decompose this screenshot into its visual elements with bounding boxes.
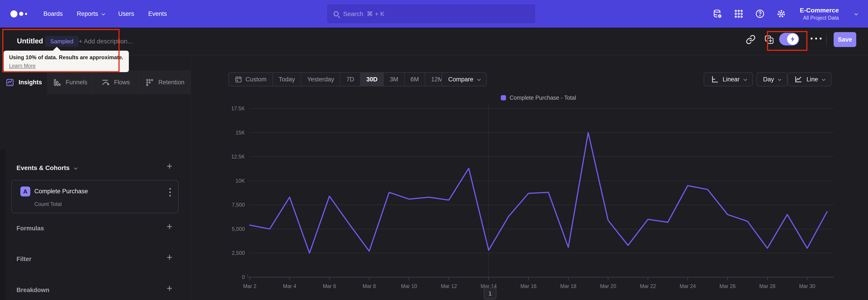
save-button[interactable]: Save	[834, 32, 856, 47]
search-input[interactable]: Search ⌘ + K	[327, 4, 536, 24]
sampling-toggle[interactable]	[779, 33, 799, 46]
calendar-icon	[235, 76, 242, 83]
sampled-badge[interactable]: Sampled	[45, 36, 79, 47]
granularity-dropdown[interactable]: Day	[756, 72, 787, 86]
nav-item-reports[interactable]: Reports	[77, 10, 104, 18]
chevron-down-icon	[101, 12, 105, 16]
project-name: E-Commerce	[800, 7, 839, 14]
svg-text:Mar 8: Mar 8	[363, 283, 376, 289]
report-toolbar: Untitled Sampled + Add description... Sa…	[0, 28, 868, 55]
event-metric[interactable]: Count Total	[34, 201, 62, 207]
mixpanel-logo-icon[interactable]	[10, 10, 27, 18]
duplicate-add-icon[interactable]	[764, 34, 774, 45]
compare-button[interactable]: Compare	[441, 72, 487, 86]
tab-label: Insights	[19, 79, 42, 86]
legend-label: Complete Purchase - Total	[509, 94, 576, 101]
range-today[interactable]: Today	[273, 73, 301, 86]
svg-text:Mar 24: Mar 24	[680, 283, 696, 289]
events-cohorts-header[interactable]: Events & Cohorts	[17, 164, 76, 172]
chevron-down-icon	[822, 77, 826, 81]
help-icon[interactable]	[755, 9, 765, 19]
range-7d[interactable]: 7D	[340, 73, 361, 86]
svg-text:Mar 12: Mar 12	[441, 283, 457, 289]
logo-dot	[10, 10, 18, 18]
chart-type-dropdown[interactable]: Line	[787, 72, 831, 86]
logo-dot	[25, 13, 27, 15]
add-breakdown-button[interactable]: +	[166, 283, 173, 293]
event-letter-badge: A	[20, 186, 30, 197]
compare-label: Compare	[448, 76, 473, 83]
legend-swatch	[501, 95, 506, 100]
svg-text:Mar 4: Mar 4	[283, 283, 296, 289]
copy-link-icon[interactable]	[745, 34, 756, 45]
event-card[interactable]: A Complete Purchase Count Total	[11, 180, 179, 213]
top-navbar: Boards Reports Users Events Search ⌘ + K	[0, 0, 868, 28]
project-scope: All Project Data	[800, 15, 839, 21]
svg-text:Mar 6: Mar 6	[323, 283, 336, 289]
nav-item-label: Users	[118, 10, 134, 18]
section-formulas: Formulas	[17, 225, 44, 232]
granularity-label: Day	[763, 76, 774, 83]
svg-text:5,000: 5,000	[232, 226, 245, 232]
chart-legend[interactable]: Complete Purchase - Total	[501, 94, 576, 101]
axis-scale-icon	[710, 75, 719, 83]
nav-item-users[interactable]: Users	[118, 10, 134, 18]
logo-dot	[19, 12, 23, 16]
section-breakdown: Breakdown	[17, 287, 50, 294]
range-6m[interactable]: 6M	[405, 73, 426, 86]
lightning-bolt-icon	[789, 36, 796, 42]
svg-text:2,500: 2,500	[232, 250, 245, 256]
chart-type-label: Line	[807, 76, 818, 83]
nav-item-boards[interactable]: Boards	[43, 10, 63, 18]
tab-insights[interactable]: Insights	[0, 71, 48, 94]
data-management-icon[interactable]	[712, 9, 722, 19]
svg-text:Mar 22: Mar 22	[640, 283, 656, 289]
funnels-icon	[53, 78, 61, 87]
svg-text:10K: 10K	[236, 178, 245, 184]
scale-dropdown[interactable]: Linear	[704, 72, 753, 86]
add-description-field[interactable]: + Add description...	[79, 38, 133, 45]
add-event-button[interactable]: +	[166, 161, 173, 171]
svg-text:Mar 10: Mar 10	[401, 283, 417, 289]
svg-text:Mar 20: Mar 20	[600, 283, 616, 289]
search-placeholder: Search ⌘ + K	[343, 10, 384, 18]
add-formula-button[interactable]: +	[166, 221, 173, 232]
more-options-button[interactable]	[811, 37, 822, 39]
report-title[interactable]: Untitled	[17, 37, 43, 45]
event-kebab-menu[interactable]	[169, 188, 171, 197]
tooltip-text: Using 10% of data. Results are approxima…	[9, 54, 123, 61]
svg-text:15K: 15K	[236, 130, 245, 136]
nav-item-events[interactable]: Events	[148, 10, 167, 18]
chevron-down-icon	[743, 77, 747, 81]
event-name: Complete Purchase	[34, 188, 88, 195]
chevron-down-icon	[855, 12, 858, 16]
section-filter: Filter	[17, 256, 31, 263]
query-builder-sidebar: Insights Funnels Flows Retent	[0, 55, 191, 300]
toggle-knob	[787, 33, 798, 45]
apps-grid-icon[interactable]	[734, 9, 744, 19]
svg-text:7,500: 7,500	[232, 202, 245, 208]
range-custom[interactable]: Custom	[229, 73, 273, 86]
tab-label: Flows	[114, 79, 130, 86]
line-chart-icon	[794, 75, 802, 83]
tab-label: Funnels	[66, 79, 87, 86]
svg-text:Mar 28: Mar 28	[759, 283, 776, 289]
tab-flows[interactable]: Flows	[92, 71, 138, 94]
flows-icon	[101, 78, 110, 87]
nav-item-label: Reports	[77, 10, 98, 18]
project-selector[interactable]: E-Commerce All Project Data	[800, 7, 839, 21]
settings-gear-icon[interactable]	[776, 9, 786, 19]
svg-text:Mar 26: Mar 26	[719, 283, 736, 289]
search-icon	[334, 11, 339, 16]
add-filter-button[interactable]: +	[166, 252, 173, 262]
divider	[826, 33, 827, 46]
range-yesterday[interactable]: Yesterday	[301, 73, 340, 86]
range-3m[interactable]: 3M	[384, 73, 405, 86]
tab-retention[interactable]: Retention	[138, 71, 191, 94]
learn-more-link[interactable]: Learn More	[9, 63, 36, 69]
tab-funnels[interactable]: Funnels	[48, 71, 92, 94]
svg-text:0: 0	[242, 274, 245, 280]
range-30d[interactable]: 30D	[361, 73, 384, 86]
tab-label: Retention	[158, 79, 184, 86]
pagination-page-1[interactable]: 1	[484, 288, 496, 299]
